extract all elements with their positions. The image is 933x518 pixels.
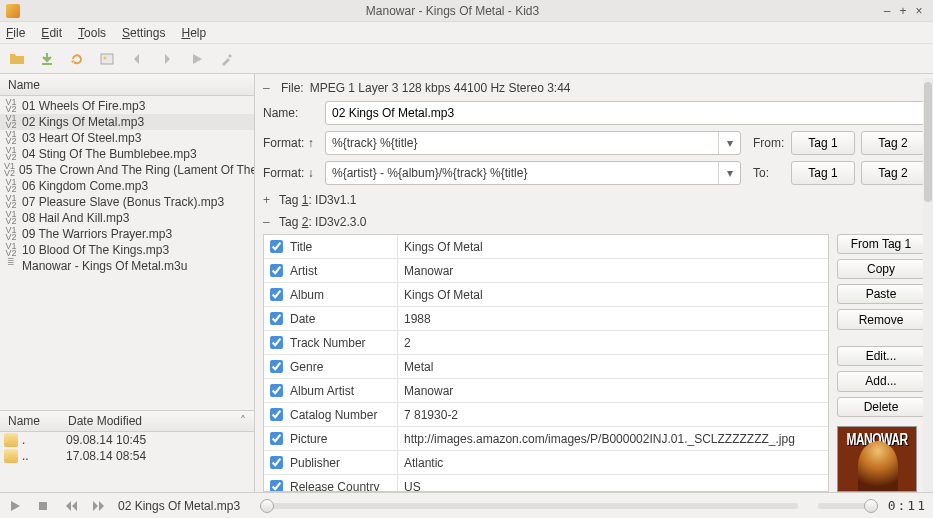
to-tag1-button[interactable]: Tag 1 <box>791 161 855 185</box>
dir-row[interactable]: ..17.08.14 08:54 <box>0 448 254 464</box>
filename-input[interactable] <box>325 101 925 125</box>
file-row[interactable]: ≣Manowar - Kings Of Metal.m3u <box>0 258 254 274</box>
volume-slider[interactable] <box>818 503 878 509</box>
from-tag1-side-button[interactable]: From Tag 1 <box>837 234 925 254</box>
tag-field-name: Catalog Number <box>288 403 398 426</box>
open-folder-icon[interactable] <box>6 48 28 70</box>
file-row[interactable]: V1V202 Kings Of Metal.mp3 <box>0 114 254 130</box>
tag-checkbox[interactable] <box>270 264 283 277</box>
tag-field-name: Release Country <box>288 475 398 492</box>
titlebar: Manowar - Kings Of Metal - Kid3 – + × <box>0 0 933 22</box>
tag-field-value[interactable]: 2 <box>398 331 828 354</box>
file-row[interactable]: V1V210 Blood Of The Kings.mp3 <box>0 242 254 258</box>
tag-row: PublisherAtlantic <box>264 451 828 475</box>
chevron-up-icon[interactable]: ˄ <box>232 414 254 428</box>
tag-row: GenreMetal <box>264 355 828 379</box>
tag-checkbox[interactable] <box>270 480 283 492</box>
svg-point-2 <box>104 56 107 59</box>
maximize-button[interactable]: + <box>895 4 911 18</box>
file-row[interactable]: V1V201 Wheels Of Fire.mp3 <box>0 98 254 114</box>
tag-field-value[interactable]: Kings Of Metal <box>398 235 828 258</box>
menu-settings[interactable]: Settings <box>122 26 165 40</box>
from-tag2-button[interactable]: Tag 2 <box>861 131 925 155</box>
file-row[interactable]: V1V209 The Warriors Prayer.mp3 <box>0 226 254 242</box>
file-row[interactable]: V1V208 Hail And Kill.mp3 <box>0 210 254 226</box>
add-button[interactable]: Add... <box>837 371 925 391</box>
play-icon[interactable] <box>186 48 208 70</box>
file-row[interactable]: V1V205 The Crown And The Ring (Lament Of… <box>0 162 254 178</box>
delete-button[interactable]: Delete <box>837 397 925 417</box>
tag-checkbox[interactable] <box>270 384 283 397</box>
player-next-icon[interactable] <box>90 497 108 515</box>
player-prev-icon[interactable] <box>62 497 80 515</box>
file-name: 06 Kingdom Come.mp3 <box>22 179 148 193</box>
tag-checkbox[interactable] <box>270 312 283 325</box>
edit-button[interactable]: Edit... <box>837 346 925 366</box>
tag-checkbox[interactable] <box>270 360 283 373</box>
minimize-button[interactable]: – <box>879 4 895 18</box>
side-buttons: From Tag 1 Copy Paste Remove Edit... Add… <box>837 234 925 492</box>
copy-button[interactable]: Copy <box>837 259 925 279</box>
paste-button[interactable]: Paste <box>837 284 925 304</box>
volume-thumb[interactable] <box>864 499 878 513</box>
filelist[interactable]: V1V201 Wheels Of Fire.mp3V1V202 Kings Of… <box>0 96 254 410</box>
tag-row: AlbumKings Of Metal <box>264 283 828 307</box>
tag-field-value[interactable]: Manowar <box>398 379 828 402</box>
seek-slider[interactable] <box>260 503 798 509</box>
collapse-tag2-icon[interactable] <box>263 215 273 229</box>
tools-icon[interactable] <box>216 48 238 70</box>
back-icon[interactable] <box>126 48 148 70</box>
format-up-combo[interactable]: %{track} %{title} ▾ <box>325 131 741 155</box>
chevron-down-icon[interactable]: ▾ <box>718 132 740 154</box>
from-tag1-button[interactable]: Tag 1 <box>791 131 855 155</box>
tag-field-value[interactable]: Atlantic <box>398 451 828 474</box>
filelist-header[interactable]: Name <box>0 74 254 96</box>
menu-tools[interactable]: Tools <box>78 26 106 40</box>
picture-icon[interactable] <box>96 48 118 70</box>
scrollbar-thumb[interactable] <box>924 82 932 202</box>
file-row[interactable]: V1V207 Pleasure Slave (Bonus Track).mp3 <box>0 194 254 210</box>
dirlist-header-date[interactable]: Date Modified <box>60 414 150 428</box>
file-row[interactable]: V1V203 Heart Of Steel.mp3 <box>0 130 254 146</box>
menu-edit[interactable]: Edit <box>41 26 62 40</box>
revert-icon[interactable] <box>66 48 88 70</box>
expand-tag1-icon[interactable] <box>263 193 273 207</box>
format-down-combo[interactable]: %{artist} - %{album}/%{track} %{title} ▾ <box>325 161 741 185</box>
tag-checkbox[interactable] <box>270 240 283 253</box>
save-icon[interactable] <box>36 48 58 70</box>
file-row[interactable]: V1V204 Sting Of The Bumblebee.mp3 <box>0 146 254 162</box>
tag-field-value[interactable]: Manowar <box>398 259 828 282</box>
tag-checkbox[interactable] <box>270 408 283 421</box>
chevron-down-icon[interactable]: ▾ <box>718 162 740 184</box>
dir-row[interactable]: .09.08.14 10:45 <box>0 432 254 448</box>
player-play-icon[interactable] <box>6 497 24 515</box>
tag-checkbox[interactable] <box>270 288 283 301</box>
collapse-fileinfo-icon[interactable]: – <box>263 81 275 95</box>
tag-field-value[interactable]: 7 81930-2 <box>398 403 828 426</box>
tag-field-value[interactable]: Metal <box>398 355 828 378</box>
forward-icon[interactable] <box>156 48 178 70</box>
seek-thumb[interactable] <box>260 499 274 513</box>
tag-checkbox[interactable] <box>270 336 283 349</box>
album-art-figure <box>858 441 898 491</box>
menu-help[interactable]: Help <box>181 26 206 40</box>
tag-field-value[interactable]: http://images.amazon.com/images/P/B00000… <box>398 427 828 450</box>
tag-checkbox[interactable] <box>270 432 283 445</box>
album-art[interactable]: MANOWAR <box>837 426 917 492</box>
menu-file[interactable]: File <box>6 26 25 40</box>
from-label: From: <box>747 136 785 150</box>
dirlist-header-name[interactable]: Name <box>0 414 60 428</box>
close-button[interactable]: × <box>911 4 927 18</box>
vertical-scrollbar[interactable] <box>923 78 933 492</box>
to-tag2-button[interactable]: Tag 2 <box>861 161 925 185</box>
file-info-label: File: <box>281 81 304 95</box>
remove-button[interactable]: Remove <box>837 309 925 329</box>
tag-field-value[interactable]: US <box>398 475 828 492</box>
player-stop-icon[interactable] <box>34 497 52 515</box>
file-row[interactable]: V1V206 Kingdom Come.mp3 <box>0 178 254 194</box>
dirlist[interactable]: .09.08.14 10:45..17.08.14 08:54 <box>0 432 254 492</box>
file-name: 10 Blood Of The Kings.mp3 <box>22 243 169 257</box>
tag-checkbox[interactable] <box>270 456 283 469</box>
tag-field-value[interactable]: Kings Of Metal <box>398 283 828 306</box>
tag-field-value[interactable]: 1988 <box>398 307 828 330</box>
